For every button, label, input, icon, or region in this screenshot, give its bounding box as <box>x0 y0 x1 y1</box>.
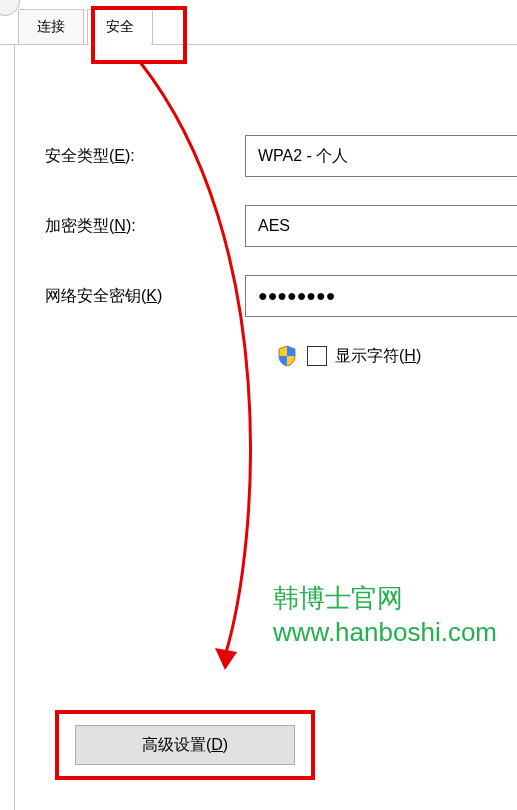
annotation-highlight-button: 高级设置(D) <box>55 710 315 780</box>
label-security-type: 安全类型(E): <box>45 146 245 167</box>
checkbox-show-chars[interactable] <box>307 346 327 366</box>
value-encryption: AES <box>258 217 290 234</box>
row-encryption: 加密类型(N): AES <box>15 205 517 247</box>
advanced-settings-button[interactable]: 高级设置(D) <box>75 725 295 765</box>
watermark-line1: 韩博士官网 <box>273 582 497 616</box>
tab-security[interactable]: 安全 <box>87 9 153 44</box>
row-key: 网络安全密钥(K) ●●●●●●●● <box>15 275 517 317</box>
label-show-chars: 显示字符(H) <box>335 346 421 367</box>
value-key: ●●●●●●●● <box>258 287 335 304</box>
field-key[interactable]: ●●●●●●●● <box>245 275 517 317</box>
field-encryption[interactable]: AES <box>245 205 517 247</box>
tab-bar: 连接 安全 <box>0 8 517 44</box>
row-show-chars: 显示字符(H) <box>15 345 517 367</box>
label-encryption: 加密类型(N): <box>45 216 245 237</box>
watermark-line2: www.hanboshi.com <box>273 616 497 650</box>
watermark: 韩博士官网 www.hanboshi.com <box>273 582 497 650</box>
label-key: 网络安全密钥(K) <box>45 286 245 307</box>
value-security-type: WPA2 - 个人 <box>258 147 348 164</box>
field-security-type[interactable]: WPA2 - 个人 <box>245 135 517 177</box>
tab-security-label: 安全 <box>106 18 134 34</box>
tab-connect-label: 连接 <box>37 18 65 34</box>
row-security-type: 安全类型(E): WPA2 - 个人 <box>15 135 517 177</box>
security-panel: 安全类型(E): WPA2 - 个人 加密类型(N): AES 网络安全密钥(K… <box>14 44 517 810</box>
uac-shield-icon <box>277 345 297 367</box>
tab-connect[interactable]: 连接 <box>18 9 84 44</box>
